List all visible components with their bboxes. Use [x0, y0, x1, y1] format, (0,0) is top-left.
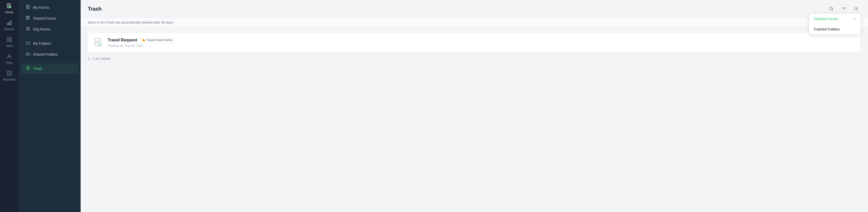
- forms-icon: [6, 3, 12, 9]
- sidebar-divider-1: [23, 36, 76, 36]
- reports-icon: [6, 20, 12, 26]
- search-icon: [829, 6, 834, 11]
- my-folders-icon: [26, 41, 30, 46]
- pagination-text: 1 - 1 of 1 forms: [88, 57, 861, 60]
- trashed-forms-label: Trashed Forms: [813, 17, 838, 21]
- trashed-folders-label: Trashed Folders: [813, 27, 840, 31]
- page-title: Trash: [88, 6, 101, 12]
- sort-button[interactable]: [851, 4, 861, 14]
- sort-icon: [854, 6, 859, 11]
- svg-rect-20: [26, 16, 29, 20]
- sidebar-item-shared-folders[interactable]: Shared Folders: [21, 49, 79, 59]
- main-content: Trash: [81, 0, 868, 212]
- my-forms-label: My Forms: [33, 5, 49, 9]
- form-card-travel-request[interactable]: Travel Request Travel Desk Forms Trashed…: [88, 32, 861, 53]
- form-card-title-row: Travel Request Travel Desk Forms: [108, 37, 175, 43]
- dropdown-item-trashed-forms[interactable]: Trashed Forms ✓: [809, 14, 861, 24]
- icon-rail: Forms Reports Tasks: [0, 0, 19, 212]
- info-bar: Items in the Trash are automatically del…: [81, 18, 868, 27]
- dropdown-container: Trashed Forms ✓ Trashed Folders: [809, 14, 861, 35]
- rail-item-reports[interactable]: Reports: [0, 17, 19, 34]
- shared-forms-label: Shared Forms: [33, 16, 56, 21]
- svg-rect-8: [9, 22, 10, 25]
- badge-text: Travel Desk Forms: [147, 38, 173, 42]
- badge-folder-icon: [142, 38, 145, 42]
- trash-label: Trash: [33, 67, 42, 71]
- tasks-icon: [6, 37, 12, 43]
- sidebar-item-my-forms[interactable]: My Forms: [21, 2, 79, 13]
- form-card-icon: [93, 37, 103, 48]
- rail-item-approvals[interactable]: Approvals: [0, 67, 19, 84]
- svg-point-32: [830, 7, 833, 10]
- my-forms-icon: [26, 5, 30, 10]
- forms-label: Forms: [5, 10, 13, 14]
- svg-point-14: [8, 55, 10, 57]
- sidebar-item-trash[interactable]: Trash: [21, 63, 79, 74]
- trash-icon: [26, 66, 30, 71]
- svg-rect-28: [27, 67, 29, 70]
- form-card-info: Travel Request Travel Desk Forms Trashed…: [108, 37, 175, 48]
- approvals-icon: [6, 71, 12, 77]
- sidebar-item-my-folders[interactable]: My Folders: [21, 38, 79, 49]
- info-bar-text: Items in the Trash are automatically del…: [88, 21, 174, 24]
- sidebar: My Forms Shared Forms Org Forms: [19, 0, 81, 212]
- sidebar-item-org-forms[interactable]: Org Forms: [21, 24, 79, 34]
- shared-forms-icon: [26, 16, 30, 21]
- dropdown-item-trashed-folders[interactable]: Trashed Folders: [809, 24, 861, 34]
- filter-icon: [841, 6, 846, 11]
- dropdown-menu: Trashed Forms ✓ Trashed Folders: [809, 14, 861, 35]
- rail-item-users[interactable]: Users: [0, 51, 19, 67]
- check-icon: ✓: [853, 17, 857, 21]
- rail-item-forms[interactable]: Forms: [0, 0, 19, 17]
- shared-folders-icon: [26, 52, 30, 57]
- users-icon: [6, 54, 12, 60]
- org-forms-label: Org Forms: [33, 27, 51, 31]
- header-actions: [827, 4, 861, 14]
- search-button[interactable]: [827, 4, 836, 14]
- svg-rect-15: [7, 71, 11, 75]
- my-folders-label: My Folders: [33, 42, 51, 46]
- content-area: Travel Request Travel Desk Forms Trashed…: [81, 27, 868, 212]
- svg-rect-21: [27, 16, 29, 19]
- tasks-label: Tasks: [6, 44, 13, 47]
- rail-item-tasks[interactable]: Tasks: [0, 34, 19, 51]
- reports-label: Reports: [4, 27, 14, 30]
- shared-folders-label: Shared Folders: [33, 52, 58, 56]
- form-card-title: Travel Request: [108, 38, 137, 43]
- approvals-label: Approvals: [3, 78, 16, 81]
- org-forms-icon: [26, 27, 30, 32]
- users-label: Users: [6, 61, 13, 64]
- filter-button[interactable]: [839, 4, 848, 14]
- svg-rect-7: [7, 23, 8, 25]
- form-card-subtitle: Trashed on: Feb 24, 2021: [108, 44, 175, 48]
- svg-rect-9: [10, 21, 11, 25]
- svg-line-33: [832, 10, 833, 11]
- sidebar-item-shared-forms[interactable]: Shared Forms: [21, 13, 79, 24]
- form-card-badge: Travel Desk Forms: [140, 37, 175, 43]
- main-header: Trash: [81, 0, 868, 18]
